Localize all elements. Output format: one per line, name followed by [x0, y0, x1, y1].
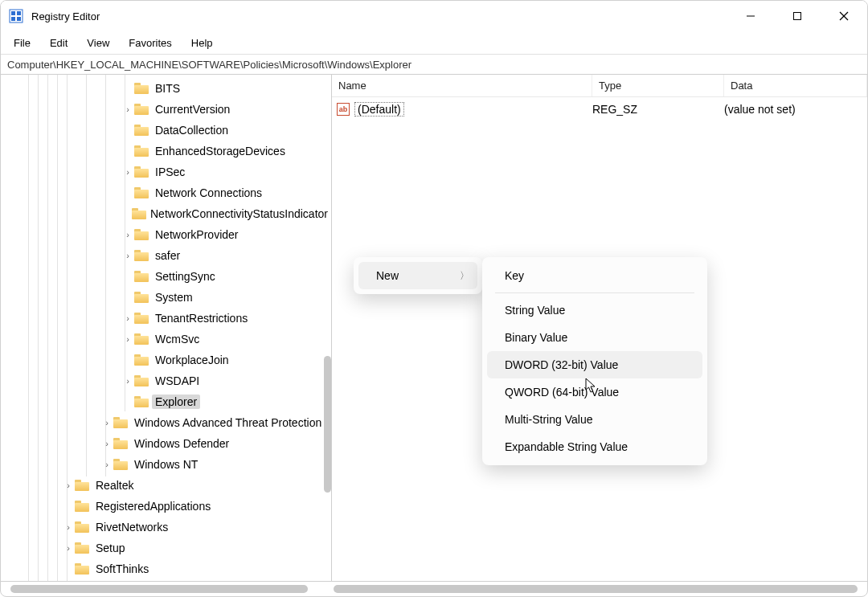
tree-item[interactable]: ›safer	[1, 245, 331, 266]
window-controls	[727, 1, 867, 31]
context-item[interactable]: Binary Value	[487, 324, 702, 351]
tree-item-label: RegisteredApplications	[92, 499, 214, 513]
tree-item[interactable]: ›WcmSvc	[1, 329, 331, 350]
tree-vertical-scrollbar[interactable]	[324, 356, 331, 493]
tree-item[interactable]: WorkplaceJoin	[1, 350, 331, 370]
svg-rect-3	[11, 17, 15, 21]
tree-item[interactable]: Explorer	[1, 391, 331, 412]
tree-item-label: Realtek	[92, 478, 137, 493]
tree-item[interactable]: ›CurrentVersion	[1, 99, 331, 120]
expander-icon[interactable]: ›	[121, 104, 134, 114]
context-item-new[interactable]: New 〉	[358, 262, 477, 289]
tree-item[interactable]: ›IPSec	[1, 162, 331, 182]
col-header-data[interactable]: Data	[724, 75, 867, 96]
svg-rect-1	[11, 11, 15, 15]
expander-icon[interactable]: ›	[100, 439, 113, 448]
values-header: Name Type Data	[332, 75, 867, 97]
tree-item-label: WcmSvc	[152, 332, 203, 346]
tree-item[interactable]: ›Setup	[1, 538, 331, 558]
context-item[interactable]: QWORD (64-bit) Value	[487, 378, 702, 406]
expander-icon[interactable]: ›	[62, 543, 75, 553]
tree-item[interactable]: ›TenantRestrictions	[1, 308, 331, 329]
value-data: (value not set)	[724, 103, 867, 116]
expander-icon[interactable]: ›	[121, 334, 134, 344]
tree-item-label: TenantRestrictions	[152, 311, 251, 325]
tree-item[interactable]: NetworkConnectivityStatusIndicator	[1, 203, 331, 224]
menu-bar: File Edit View Favorites Help	[1, 31, 867, 54]
tree-horizontal-scrollbar[interactable]	[10, 585, 308, 593]
main-panes: BITS›CurrentVersionDataCollectionEnhance…	[1, 75, 867, 582]
list-horizontal-scrollbar[interactable]	[334, 585, 858, 593]
expander-icon[interactable]: ›	[121, 167, 134, 177]
tree-item-label: NetworkConnectivityStatusIndicator	[147, 206, 331, 221]
minimize-button[interactable]	[727, 1, 774, 31]
close-button[interactable]	[821, 1, 867, 31]
col-header-name[interactable]: Name	[332, 75, 592, 96]
tree-item[interactable]: ›Realtek	[1, 475, 331, 496]
context-item-label: Key	[505, 269, 524, 282]
address-bar[interactable]: Computer\HKEY_LOCAL_MACHINE\SOFTWARE\Pol…	[1, 54, 867, 75]
tree-item-label: NetworkProvider	[152, 227, 241, 242]
value-name: (Default)	[354, 103, 592, 116]
folder-icon	[134, 292, 149, 303]
tree-item[interactable]: ›Windows NT	[1, 454, 331, 475]
tree-item-label: DataCollection	[152, 123, 231, 137]
context-item[interactable]: DWORD (32-bit) Value	[487, 351, 702, 378]
tree-item[interactable]: SettingSync	[1, 266, 331, 287]
menu-view[interactable]: View	[79, 34, 117, 52]
context-item[interactable]: Key	[487, 262, 702, 289]
folder-icon	[134, 104, 149, 115]
expander-icon[interactable]: ›	[121, 230, 134, 239]
context-item[interactable]: String Value	[487, 296, 702, 324]
tree-item[interactable]: System	[1, 287, 331, 308]
folder-icon	[75, 501, 89, 512]
menu-help[interactable]: Help	[183, 34, 221, 52]
folder-icon	[75, 563, 89, 575]
folder-icon	[75, 521, 89, 533]
expander-icon[interactable]: ›	[121, 251, 134, 260]
context-item-label: Binary Value	[505, 331, 567, 344]
tree-item-label: Network Connections	[152, 186, 265, 200]
expander-icon[interactable]: ›	[62, 480, 75, 490]
expander-icon[interactable]: ›	[100, 460, 113, 469]
tree-item-label: EnhancedStorageDevices	[152, 144, 289, 158]
value-type: REG_SZ	[592, 103, 724, 116]
menu-edit[interactable]: Edit	[42, 34, 76, 52]
tree-item[interactable]: ›NetworkProvider	[1, 224, 331, 245]
context-item-label: QWORD (64-bit) Value	[505, 386, 619, 399]
registry-tree[interactable]: BITS›CurrentVersionDataCollectionEnhance…	[1, 75, 331, 579]
folder-icon	[134, 375, 149, 386]
expander-icon[interactable]: ›	[100, 418, 113, 427]
col-header-type[interactable]: Type	[592, 75, 724, 96]
tree-item[interactable]: ›Windows Advanced Threat Protection	[1, 412, 331, 433]
tree-item-label: Windows NT	[131, 457, 201, 472]
context-submenu-new: KeyString ValueBinary ValueDWORD (32-bit…	[482, 257, 707, 465]
maximize-button[interactable]	[774, 1, 821, 31]
menu-file[interactable]: File	[6, 34, 39, 52]
tree-item-label: BITS	[152, 81, 183, 96]
tree-item[interactable]: ›RivetNetworks	[1, 517, 331, 538]
tree-item[interactable]: SoftThinks	[1, 558, 331, 579]
folder-icon	[134, 229, 149, 240]
tree-item-label: System	[152, 290, 196, 305]
context-item[interactable]: Expandable String Value	[487, 433, 702, 460]
folder-icon	[134, 125, 149, 136]
tree-item[interactable]: RegisteredApplications	[1, 496, 331, 517]
value-row[interactable]: ab (Default) REG_SZ (value not set)	[332, 99, 867, 120]
folder-icon	[75, 542, 89, 554]
tree-item[interactable]: BITS	[1, 78, 331, 99]
tree-item[interactable]: EnhancedStorageDevices	[1, 141, 331, 162]
tree-item[interactable]: DataCollection	[1, 120, 331, 141]
app-icon	[9, 9, 23, 23]
folder-icon	[134, 354, 149, 366]
folder-icon	[134, 187, 149, 198]
expander-icon[interactable]: ›	[62, 522, 75, 532]
expander-icon[interactable]: ›	[121, 376, 134, 386]
tree-item[interactable]: ›WSDAPI	[1, 370, 331, 391]
tree-item[interactable]: Network Connections	[1, 182, 331, 203]
window-title: Registry Editor	[31, 10, 100, 22]
tree-item[interactable]: ›Windows Defender	[1, 433, 331, 454]
context-item[interactable]: Multi-String Value	[487, 406, 702, 433]
menu-favorites[interactable]: Favorites	[121, 34, 179, 52]
expander-icon[interactable]: ›	[121, 313, 134, 323]
